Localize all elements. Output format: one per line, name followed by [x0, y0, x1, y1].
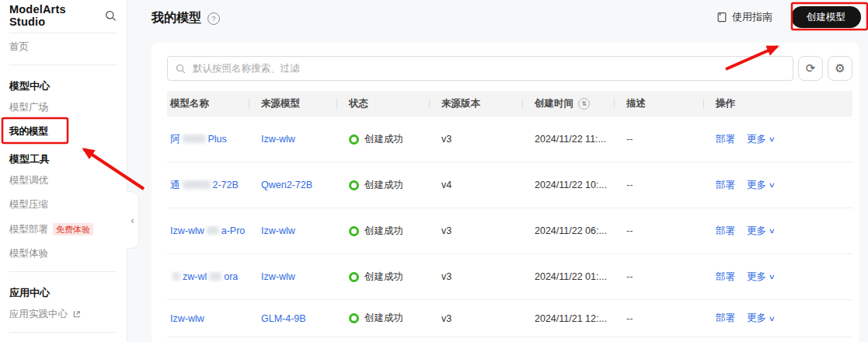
blurred-text [209, 272, 221, 281]
chevron-down-icon: ∨ [769, 315, 776, 323]
sidebar-item-my-models[interactable]: 我的模型 [0, 120, 127, 144]
sidebar-item-model-deployment[interactable]: 模型部署免费体验 [0, 217, 127, 242]
search-icon[interactable] [105, 10, 117, 22]
column-header-7: 操作 [713, 91, 852, 117]
status-cell: 创建成功 [346, 312, 438, 325]
actions-cell: 部署更多∨ [713, 312, 852, 325]
sidebar-item-label: 我的模型 [9, 126, 48, 138]
source-model-link[interactable]: Izw-wlw [261, 225, 295, 236]
create-model-button[interactable]: 创建模型 [791, 6, 861, 28]
model-name-cell: 通2-72B [167, 179, 258, 192]
source-model-link[interactable]: Izw-wlw [261, 134, 295, 145]
source-version-cell: v3 [438, 225, 532, 236]
model-name-link[interactable]: 通2-72B [170, 180, 239, 190]
blurred-text [183, 134, 206, 143]
blurred-text [173, 272, 180, 281]
status-label: 创建成功 [364, 225, 403, 238]
column-header-2: 来源模型 [258, 91, 346, 117]
table-body: 阿PlusIzw-wlw创建成功v32024/11/22 11:...--部署更… [167, 117, 852, 337]
blurred-text [183, 180, 211, 189]
status-success-icon [349, 226, 359, 236]
chevron-down-icon: ∨ [769, 181, 776, 189]
created-time-cell: 2024/11/22 11:... [532, 134, 623, 145]
column-header-label: 创建时间 [535, 97, 573, 110]
page-title: 我的模型 [152, 10, 201, 26]
more-link[interactable]: 更多∨ [747, 179, 775, 192]
table-row: zw-wloraIzw-wlw创建成功v32024/11/22 01:...--… [167, 254, 852, 300]
search-box[interactable] [167, 56, 793, 81]
more-link[interactable]: 更多∨ [747, 133, 775, 146]
table-toolbar: ⟳ ⚙ [167, 56, 852, 81]
model-name-link[interactable]: 阿Plus [170, 134, 227, 145]
created-time-cell: 2024/11/22 10:... [532, 180, 623, 190]
sidebar-item-home[interactable]: 首页 [0, 35, 127, 59]
sidebar-group-model-center: 模型中心 [0, 71, 127, 96]
deploy-link[interactable]: 部署 [716, 225, 735, 238]
help-icon[interactable]: ? [207, 12, 220, 25]
created-time-cell: 2024/11/22 01:... [532, 271, 623, 282]
sidebar-item-label: 应用实践中心 [9, 309, 68, 320]
source-model-cell: Izw-wlw [258, 225, 346, 236]
actions-cell: 部署更多∨ [713, 179, 852, 192]
sidebar-item-model-square[interactable]: 模型广场 [0, 96, 127, 120]
sidebar-item-label: 模型调优 [9, 175, 48, 187]
chevron-down-icon: ∨ [769, 273, 776, 281]
created-time-cell: 2024/11/22 06:... [532, 225, 623, 236]
more-label: 更多 [747, 312, 766, 325]
sidebar-collapse-handle[interactable]: ‹ [127, 191, 139, 249]
usage-guide-link[interactable]: 使用指南 [716, 10, 772, 24]
created-time-cell: 2024/11/21 12:... [532, 313, 623, 324]
search-icon [176, 64, 186, 74]
source-model-link[interactable]: GLM-4-9B [261, 313, 306, 324]
sidebar-item-label: 模型压缩 [9, 199, 48, 211]
deploy-link[interactable]: 部署 [716, 179, 735, 192]
column-header-3: 状态 [346, 91, 438, 117]
description-cell: -- [623, 225, 713, 236]
external-link-icon [72, 310, 81, 319]
sidebar-item-label: 模型广场 [9, 102, 48, 113]
status-success-icon [349, 272, 359, 282]
source-model-link[interactable]: Izw-wlw [261, 271, 295, 282]
sidebar-item-model-compression[interactable]: 模型压缩 [0, 193, 127, 217]
status-cell: 创建成功 [346, 133, 438, 146]
refresh-button[interactable]: ⟳ [798, 56, 823, 81]
source-model-cell: Izw-wlw [258, 134, 346, 145]
actions-cell: 部署更多∨ [713, 225, 852, 238]
column-header-label: 来源版本 [441, 97, 480, 110]
sidebar-divider [9, 271, 117, 272]
table-row: 通2-72BQwen2-72B创建成功v42024/11/22 10:...--… [167, 162, 852, 208]
app-brand: ModelArts Studio [0, 0, 127, 31]
settings-button[interactable]: ⚙ [828, 56, 852, 81]
deploy-link[interactable]: 部署 [716, 133, 735, 146]
deploy-link[interactable]: 部署 [716, 312, 735, 325]
sidebar-item-app-practice-center[interactable]: 应用实践中心 [0, 302, 127, 326]
more-link[interactable]: 更多∨ [747, 270, 775, 284]
more-link[interactable]: 更多∨ [747, 312, 775, 325]
status-label: 创建成功 [364, 312, 403, 325]
chevron-down-icon: ∨ [769, 135, 776, 143]
source-model-cell: Qwen2-72B [258, 180, 346, 190]
model-name-link[interactable]: zw-wlora [170, 271, 238, 282]
sidebar-group-model-tools: 模型工具 [0, 144, 127, 169]
sidebar-item-model-tuning[interactable]: 模型调优 [0, 169, 127, 193]
column-header-label: 描述 [626, 97, 646, 110]
status-label: 创建成功 [364, 179, 403, 192]
sort-icon[interactable]: ⇅ [578, 98, 590, 110]
sidebar-item-label: 模型体验 [9, 248, 48, 260]
status-label: 创建成功 [364, 270, 403, 284]
column-header-label: 状态 [349, 97, 368, 110]
sidebar-item-model-experience[interactable]: 模型体验 [0, 242, 127, 266]
more-link[interactable]: 更多∨ [747, 225, 775, 238]
source-version-cell: v3 [438, 271, 532, 282]
status-label: 创建成功 [364, 133, 403, 146]
table-row: Izw-wlwGLM-4-9B创建成功v32024/11/21 12:...--… [167, 300, 852, 337]
description-cell: -- [623, 134, 713, 145]
deploy-link[interactable]: 部署 [716, 270, 735, 284]
search-input[interactable] [191, 62, 785, 75]
model-name-link[interactable]: Izw-wlwa-Pro [170, 225, 245, 236]
source-model-link[interactable]: Qwen2-72B [261, 180, 312, 190]
refresh-icon: ⟳ [806, 61, 816, 75]
model-name-link[interactable]: Izw-wlw [170, 313, 204, 324]
column-header-label: 模型名称 [170, 97, 209, 110]
free-trial-badge: 免费体验 [53, 223, 93, 236]
